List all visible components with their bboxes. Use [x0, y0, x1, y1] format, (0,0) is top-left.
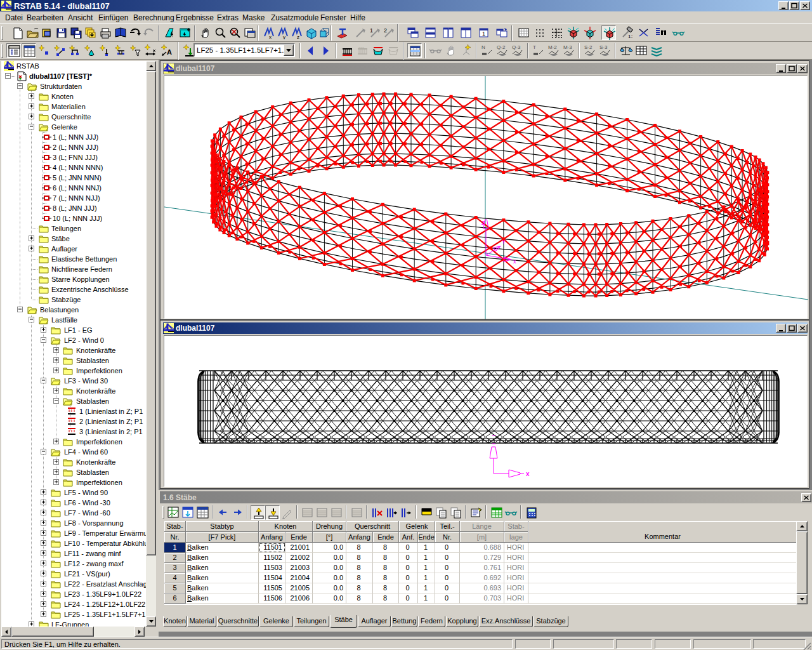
svg-text:Z: Z — [481, 220, 485, 226]
svg-text:x: x — [513, 258, 516, 265]
svg-text:A: A — [167, 48, 172, 56]
svg-text:x: x — [526, 470, 530, 477]
svg-text:1: 1 — [482, 30, 485, 37]
svg-text:S-2: S-2 — [584, 44, 593, 50]
svg-text:1:1: 1:1 — [628, 34, 633, 39]
svg-text:S-3: S-3 — [599, 44, 608, 50]
svg-text:x: x — [269, 34, 272, 39]
svg-text:Q-3: Q-3 — [512, 44, 521, 50]
svg-text:M-3: M-3 — [563, 44, 572, 50]
svg-text:M-2: M-2 — [548, 44, 557, 50]
svg-text:Q-2: Q-2 — [497, 44, 506, 50]
svg-text:Y: Y — [502, 239, 506, 245]
svg-text:z: z — [297, 34, 299, 39]
svg-text:N: N — [481, 44, 485, 50]
svg-text:2: 2 — [384, 27, 387, 34]
svg-text:T: T — [533, 44, 536, 50]
svg-text:y: y — [283, 34, 285, 39]
svg-text:xxx: xxx — [358, 46, 364, 50]
svg-text:1: 1 — [370, 27, 373, 34]
